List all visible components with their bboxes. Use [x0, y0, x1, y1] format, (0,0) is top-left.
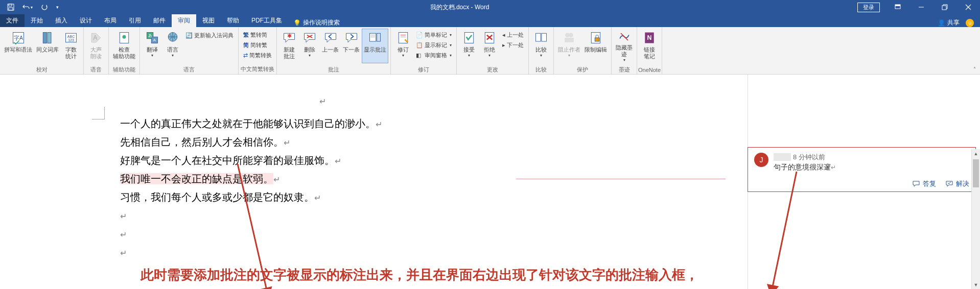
comment-connector-line [516, 179, 726, 179]
onenote-button[interactable]: N链接 笔记 [639, 29, 660, 63]
svg-text:123: 123 [68, 38, 74, 42]
reply-button[interactable]: 答复 [912, 179, 936, 188]
page: ↵ 一个人的真正伟大之处就在于他能够认识到自己的渺小。↵ 先相信自己，然后别人才… [79, 79, 557, 261]
to-traditional-button[interactable]: 简简转繁 [241, 40, 274, 50]
prev-change-button[interactable]: ◂上一处 [500, 30, 526, 40]
pane-icon: ◧ [416, 52, 423, 59]
undo-icon[interactable]: ▾ [19, 0, 36, 14]
show-markup-button[interactable]: 📋显示标记▾ [413, 40, 454, 50]
collapse-ribbon-icon[interactable]: ˄ [971, 65, 978, 73]
restrict-editing-button[interactable]: 限制编辑 [582, 29, 609, 63]
share-button[interactable]: 👤 共享 [938, 18, 960, 27]
group-ink: 隐藏墨 迹▾ 墨迹 [612, 27, 637, 74]
comment-card[interactable]: J 8 分钟以前 句子的意境很深邃↵ 答复 解决 [748, 147, 976, 192]
document-main[interactable]: ↵ 一个人的真正伟大之处就在于他能够认识到自己的渺小。↵ 先相信自己，然后别人才… [0, 75, 748, 289]
svg-text:字A: 字A [13, 35, 22, 41]
minimize-icon[interactable] [909, 0, 933, 14]
tab-design[interactable]: 设计 [74, 14, 98, 27]
tab-file[interactable]: 文件 [0, 14, 25, 27]
readaloud-button[interactable]: A大声 朗读 [86, 29, 106, 63]
markup-icon: 📄 [416, 32, 423, 38]
comment-actions: 答复 解决 [754, 177, 969, 188]
reject-button[interactable]: 拒绝▾ [479, 29, 500, 63]
page-corner-marker [92, 107, 105, 119]
group-chinese: 繁繁转简 简简转繁 ⇄简繁转换 中文简繁转换 [239, 27, 277, 74]
scroll-thumb[interactable] [973, 159, 979, 187]
svg-text:ABC: ABC [67, 35, 75, 38]
tab-insert[interactable]: 插入 [49, 14, 74, 27]
ribbon: 字A拼写和语法 同义词库 ABC123字数 统计 校对 A大声 朗读 语音 检查… [0, 27, 980, 75]
svg-rect-45 [595, 38, 599, 41]
highlighted-text[interactable]: 我们唯一不会改正的缺点是软弱。 [120, 173, 273, 184]
tab-review[interactable]: 审阅 [172, 14, 196, 27]
thesaurus-button[interactable]: 同义词库 [34, 29, 61, 63]
next-comment-button[interactable]: 下一条 [341, 29, 362, 63]
ribbon-display-icon[interactable] [886, 0, 909, 14]
delete-comment-button[interactable]: 删除▾ [299, 29, 320, 63]
comment-author-redacted [774, 153, 791, 161]
block-authors-button[interactable]: 阻止作者▾ [556, 29, 582, 63]
prev-comment-button[interactable]: 上一条 [320, 29, 341, 63]
group-changes: 接受▾ 拒绝▾ ◂上一处 ▸下一处 更改 [457, 27, 529, 74]
tab-mail[interactable]: 邮件 [147, 14, 172, 27]
group-speech: A大声 朗读 语音 [84, 27, 109, 74]
resolve-button[interactable]: 解决 [945, 179, 969, 188]
text-line: ↵ [120, 206, 516, 225]
document-content[interactable]: 一个人的真正伟大之处就在于他能够认识到自己的渺小。↵ 先相信自己，然后别人才会相… [79, 79, 557, 261]
accessibility-button[interactable]: 检查 辅助功能 [111, 29, 137, 63]
comment-panel: J 8 分钟以前 句子的意境很深邃↵ 答复 解决 [748, 75, 980, 289]
avatar: J [754, 153, 768, 167]
group-tracking: 修订▾ 📄简单标记▾ 📋显示标记▾ ◧审阅窗格▾ 修订 [391, 27, 457, 74]
reply-icon [912, 180, 920, 187]
translate-button[interactable]: あA翻译▾ [142, 29, 162, 63]
login-button[interactable]: 登录 [857, 3, 880, 12]
tab-layout[interactable]: 布局 [98, 14, 123, 27]
svg-text:あ: あ [148, 33, 152, 38]
tab-pdf[interactable]: PDF工具集 [245, 14, 288, 27]
scroll-down-icon[interactable]: ▼ [972, 280, 980, 289]
tell-me-search[interactable]: 💡 操作说明搜索 [288, 18, 345, 27]
tab-references[interactable]: 引用 [123, 14, 147, 27]
svg-text:N: N [647, 34, 652, 41]
compare-button[interactable]: 比较▾ [531, 29, 551, 63]
maximize-icon[interactable] [933, 0, 956, 14]
track-changes-button[interactable]: 修订▾ [393, 29, 413, 63]
to-simplified-button[interactable]: 繁繁转简 [241, 30, 274, 40]
close-icon[interactable] [956, 0, 980, 14]
svg-rect-28 [370, 33, 376, 41]
wordcount-button[interactable]: ABC123字数 统计 [61, 29, 81, 63]
update-ime-button[interactable]: 🔄更新输入法词典 [183, 30, 236, 40]
show-comments-button[interactable]: 显示批注 [362, 29, 388, 63]
window-title: 我的文档.docx - Word [62, 3, 857, 12]
convert-button[interactable]: ⇄简繁转换 [241, 50, 274, 60]
text-line: 习惯，我们每个人或多或少都是它的奴隶。↵ [120, 188, 516, 206]
vertical-scrollbar[interactable]: ▲ ▼ [971, 149, 980, 289]
scroll-up-icon[interactable]: ▲ [972, 149, 980, 158]
comment-body[interactable]: 句子的意境很深邃↵ [774, 163, 836, 172]
save-icon[interactable] [4, 0, 17, 14]
svg-rect-39 [536, 33, 541, 41]
markup-dropdown[interactable]: 📄简单标记▾ [413, 30, 454, 40]
tab-help[interactable]: 帮助 [221, 14, 245, 27]
group-onenote: N链接 笔记 OneNote [637, 27, 662, 74]
group-language: あA翻译▾ 语言▾ 🔄更新输入法词典 语言 [140, 27, 239, 74]
accept-button[interactable]: 接受▾ [459, 29, 479, 63]
language-button[interactable]: 语言▾ [162, 29, 183, 63]
document-area: ↵ 一个人的真正伟大之处就在于他能够认识到自己的渺小。↵ 先相信自己，然后别人才… [0, 75, 980, 289]
qat-menu-icon[interactable]: ▾ [53, 0, 62, 14]
tab-home[interactable]: 开始 [25, 14, 49, 27]
tab-view[interactable]: 视图 [196, 14, 221, 27]
lightbulb-icon: 💡 [293, 19, 301, 27]
redo-icon[interactable] [38, 0, 51, 14]
spelling-button[interactable]: 字A拼写和语法 [2, 29, 34, 63]
hide-ink-button[interactable]: 隐藏墨 迹▾ [614, 29, 635, 63]
new-comment-button[interactable]: ✱新建 批注 [279, 29, 299, 63]
feedback-icon[interactable]: ☺ [966, 19, 974, 27]
titlebar: ▾ ▾ 我的文档.docx - Word 登录 [0, 0, 980, 14]
svg-point-19 [123, 35, 126, 39]
reviewing-pane-button[interactable]: ◧审阅窗格▾ [413, 50, 454, 60]
next-change-button[interactable]: ▸下一处 [500, 40, 526, 50]
text-line: 一个人的真正伟大之处就在于他能够认识到自己的渺小。↵ [120, 114, 516, 133]
text-line: 先相信自己，然后别人才会相信你。↵ [120, 133, 516, 151]
prev-icon: ◂ [502, 32, 505, 38]
